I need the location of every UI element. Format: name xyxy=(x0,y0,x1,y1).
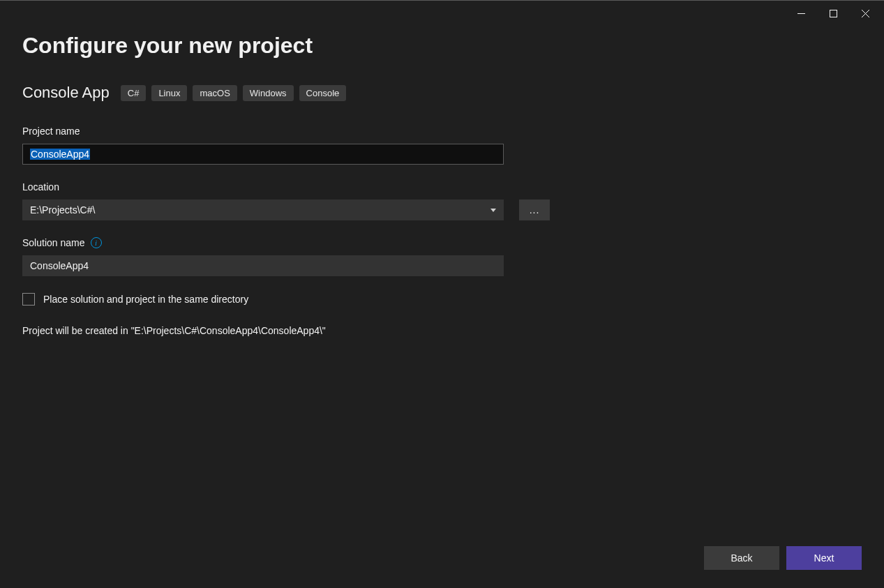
tag: macOS xyxy=(193,85,237,101)
solution-name-value: ConsoleApp4 xyxy=(30,260,89,271)
tag: Linux xyxy=(151,85,187,101)
template-name: Console App xyxy=(22,84,110,102)
svg-rect-1 xyxy=(830,10,837,17)
window-titlebar xyxy=(0,1,884,26)
project-name-input[interactable]: ConsoleApp4 xyxy=(22,144,504,165)
minimize-button[interactable] xyxy=(785,3,817,24)
next-button[interactable]: Next xyxy=(786,546,862,570)
back-button[interactable]: Back xyxy=(704,546,779,570)
wizard-actions: Back Next xyxy=(704,546,862,570)
location-label: Location xyxy=(22,181,862,193)
tag: C# xyxy=(121,85,147,101)
tag: Console xyxy=(299,85,347,101)
maximize-button[interactable] xyxy=(817,3,849,24)
chevron-down-icon xyxy=(490,209,496,212)
same-directory-label: Place solution and project in the same d… xyxy=(43,294,248,305)
browse-button[interactable]: ... xyxy=(519,199,550,220)
location-combobox[interactable]: E:\Projects\C#\ xyxy=(22,199,504,220)
tag: Windows xyxy=(243,85,294,101)
project-name-label: Project name xyxy=(22,126,862,137)
project-name-value: ConsoleApp4 xyxy=(30,149,90,160)
same-directory-checkbox[interactable] xyxy=(22,293,35,306)
close-button[interactable] xyxy=(849,3,881,24)
creation-path-text: Project will be created in "E:\Projects\… xyxy=(22,325,862,336)
template-tags: C# Linux macOS Windows Console xyxy=(121,85,347,101)
page-title: Configure your new project xyxy=(22,33,862,59)
solution-name-label: Solution name i xyxy=(22,237,862,248)
solution-name-label-text: Solution name xyxy=(22,237,85,248)
location-value: E:\Projects\C#\ xyxy=(30,204,95,216)
info-icon[interactable]: i xyxy=(91,237,102,248)
solution-name-input[interactable]: ConsoleApp4 xyxy=(22,255,504,276)
